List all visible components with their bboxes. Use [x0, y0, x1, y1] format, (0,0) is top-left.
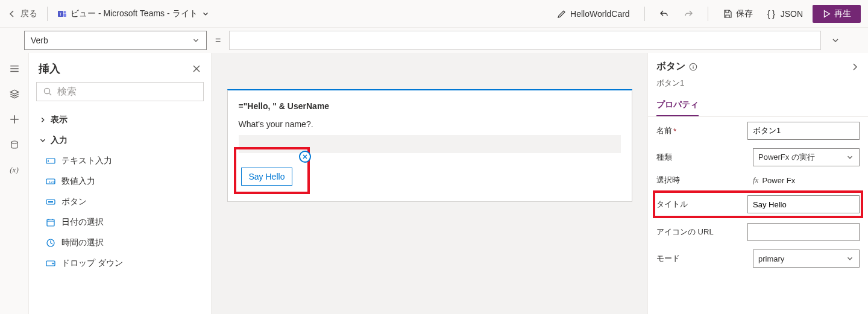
- save-icon: [723, 9, 732, 19]
- prop-onselect-text: Power Fx: [762, 176, 795, 185]
- chevron-down-icon: [846, 153, 854, 162]
- close-icon[interactable]: [192, 64, 201, 74]
- prop-label: モード: [656, 253, 747, 264]
- card-subtitle[interactable]: What's your name?.: [239, 119, 621, 129]
- insert-item-label: ボタン: [61, 196, 87, 207]
- prop-row-kind: 種類 PowerFx の実行: [656, 148, 860, 166]
- prop-label: 名前: [656, 125, 672, 136]
- card-button-label: Say Hello: [249, 172, 285, 181]
- pencil-icon: [557, 9, 567, 19]
- undo-button[interactable]: [655, 7, 674, 21]
- insert-item-label: 数値入力: [61, 176, 95, 187]
- property-selected: Verb: [31, 36, 48, 45]
- prop-label: タイトル: [656, 199, 741, 210]
- back-button[interactable]: 戻る: [7, 8, 37, 19]
- rail-insert[interactable]: [8, 113, 20, 125]
- props-instance-name: ボタン1: [648, 75, 868, 95]
- edit-card-name-button[interactable]: HelloWorldCard: [552, 7, 635, 21]
- button-icon: [46, 197, 55, 207]
- insert-panel: 挿入 検索 表示 入力 テキスト入力 123 数値入力: [29, 53, 212, 314]
- json-label: JSON: [781, 9, 803, 19]
- group-display[interactable]: 表示: [29, 110, 211, 130]
- save-button[interactable]: 保存: [718, 6, 758, 22]
- insert-item-dropdown[interactable]: ドロップ ダウン: [29, 253, 211, 274]
- separator: [644, 7, 645, 21]
- insert-item-date-picker[interactable]: 日付の選択: [29, 212, 211, 233]
- database-icon: [10, 140, 19, 149]
- properties-panel: ボタン ボタン1 プロパティ 名前 * 種類 PowerFx の実行 選択時: [647, 53, 868, 314]
- time-picker-icon: [46, 238, 55, 248]
- rail-layers[interactable]: [8, 88, 20, 100]
- prop-title-input[interactable]: [747, 195, 860, 213]
- rail-data[interactable]: [8, 139, 20, 151]
- group-input-label: 入力: [51, 135, 68, 146]
- json-button[interactable]: { } JSON: [763, 7, 808, 21]
- prop-mode-value: primary: [758, 254, 784, 263]
- search-input[interactable]: 検索: [36, 82, 204, 101]
- text-input-icon: [46, 156, 55, 166]
- insert-item-text-input[interactable]: テキスト入力: [29, 151, 211, 171]
- insert-item-label: 時間の選択: [61, 237, 104, 248]
- left-rail: (x): [0, 53, 29, 314]
- formula-bar: Verb =: [0, 28, 868, 53]
- chevron-down-icon: [846, 254, 854, 263]
- group-display-label: 表示: [51, 115, 68, 125]
- separator: [47, 7, 48, 21]
- prop-label: アイコンの URL: [656, 227, 741, 237]
- design-canvas[interactable]: ="Hello, " & UserName What's your name?.…: [212, 53, 647, 314]
- undo-icon: [659, 9, 669, 19]
- insert-item-button[interactable]: ボタン: [29, 192, 211, 212]
- back-label: 戻る: [20, 8, 37, 19]
- chevron-down-icon: [39, 136, 47, 145]
- plus-icon: [9, 114, 20, 125]
- svg-point-4: [11, 141, 17, 143]
- adaptive-card-preview[interactable]: ="Hello, " & UserName What's your name?.…: [227, 89, 632, 202]
- delete-selection-button[interactable]: [299, 151, 311, 163]
- prop-row-name: 名前 *: [656, 122, 860, 140]
- search-icon: [43, 87, 52, 96]
- prop-onselect-value[interactable]: fx Power Fx: [753, 175, 860, 185]
- required-asterisk: *: [673, 127, 676, 136]
- info-icon[interactable]: [689, 63, 697, 71]
- svg-point-1: [64, 11, 66, 13]
- view-label: ビュー - Microsoft Teams - ライト: [71, 8, 198, 19]
- property-selector[interactable]: Verb: [24, 31, 207, 50]
- prop-iconurl-input[interactable]: [747, 223, 860, 241]
- insert-item-time-picker[interactable]: 時間の選択: [29, 233, 211, 253]
- chevron-down-icon: [201, 10, 210, 18]
- insert-item-number-input[interactable]: 123 数値入力: [29, 171, 211, 192]
- view-switcher[interactable]: T ビュー - Microsoft Teams - ライト: [57, 8, 210, 19]
- group-input[interactable]: 入力: [29, 130, 211, 151]
- rail-tree-view[interactable]: [8, 63, 20, 75]
- play-button[interactable]: 再生: [813, 5, 861, 23]
- card-name: HelloWorldCard: [570, 9, 630, 19]
- save-label: 保存: [736, 8, 753, 19]
- formula-input[interactable]: [229, 31, 821, 50]
- prop-label: 種類: [656, 152, 747, 163]
- braces-icon: { }: [767, 9, 777, 19]
- rail-variables[interactable]: (x): [8, 164, 20, 176]
- svg-rect-11: [47, 219, 54, 226]
- dropdown-icon: [46, 259, 55, 268]
- fx-icon: fx: [753, 175, 758, 185]
- date-picker-icon: [46, 218, 55, 227]
- prop-kind-select[interactable]: PowerFx の実行: [753, 148, 860, 166]
- card-title[interactable]: ="Hello, " & UserName: [239, 101, 621, 111]
- card-text-input[interactable]: [239, 135, 621, 153]
- insert-item-label: 日付の選択: [61, 217, 104, 228]
- svg-rect-6: [46, 159, 55, 163]
- svg-point-5: [45, 89, 50, 94]
- equals-sign: =: [213, 35, 223, 46]
- teams-icon: T: [57, 9, 67, 19]
- prop-row-iconurl: アイコンの URL: [656, 223, 860, 241]
- card-button[interactable]: Say Hello: [241, 168, 293, 186]
- props-header: ボタン: [656, 60, 685, 73]
- insert-item-label: ドロップ ダウン: [61, 258, 123, 269]
- prop-name-input[interactable]: [747, 122, 860, 140]
- redo-button[interactable]: [679, 7, 698, 21]
- redo-icon: [684, 9, 693, 19]
- tab-properties[interactable]: プロパティ: [656, 95, 699, 116]
- chevron-right-icon[interactable]: [850, 62, 860, 72]
- expand-formula-button[interactable]: [827, 32, 844, 49]
- prop-mode-select[interactable]: primary: [753, 250, 860, 268]
